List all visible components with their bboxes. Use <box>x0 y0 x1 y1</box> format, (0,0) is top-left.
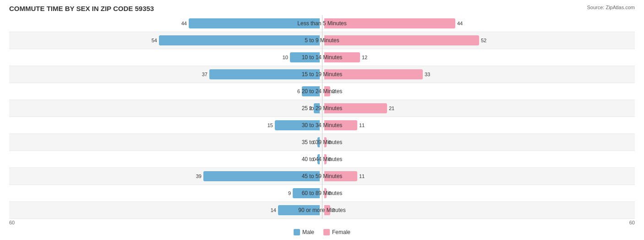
female-value: 0 <box>328 190 331 196</box>
female-bar-side: 44 <box>322 15 635 32</box>
female-value: 0 <box>328 156 331 162</box>
male-value: 39 <box>196 173 202 179</box>
male-value: 0 <box>313 156 316 162</box>
female-value: 2 <box>332 207 335 213</box>
male-bar-side: 15 <box>9 117 322 134</box>
female-bar: 0 <box>324 154 327 164</box>
male-value: 9 <box>288 190 291 196</box>
male-value: 10 <box>283 55 288 60</box>
male-bar-side: 10 <box>9 49 322 66</box>
female-value: 11 <box>359 173 365 179</box>
male-bar-side: 0 <box>9 134 322 151</box>
female-bar: 12 <box>324 52 360 62</box>
female-bar: 44 <box>324 18 455 28</box>
legend-female-box <box>323 229 330 235</box>
female-bar: 21 <box>324 103 387 113</box>
male-bar: 2 <box>314 103 320 113</box>
female-bar-side: 11 <box>322 168 635 184</box>
legend: Male Female <box>9 229 635 235</box>
female-bar-side: 0 <box>322 185 635 201</box>
chart-container: COMMUTE TIME BY SEX IN ZIP CODE 59353 So… <box>0 0 644 240</box>
legend-male-label: Male <box>302 229 314 235</box>
bars-area: 44Less than 5 Minutes44545 to 9 Minutes5… <box>9 15 635 219</box>
female-value: 33 <box>425 72 430 77</box>
female-bar: 33 <box>324 69 423 79</box>
legend-male: Male <box>294 229 314 235</box>
legend-male-box <box>294 229 300 235</box>
female-bar: 52 <box>324 35 479 45</box>
male-bar-side: 44 <box>9 15 322 32</box>
male-bar: 14 <box>278 205 320 215</box>
female-value: 0 <box>328 140 331 145</box>
male-bar-side: 39 <box>9 168 322 184</box>
female-bar: 0 <box>324 188 327 198</box>
male-value: 14 <box>271 207 276 213</box>
male-value: 54 <box>152 38 157 43</box>
female-value: 11 <box>359 123 365 128</box>
female-value: 2 <box>332 89 335 94</box>
female-value: 44 <box>457 21 463 26</box>
male-bar: 0 <box>317 137 320 147</box>
female-bar: 11 <box>324 120 357 130</box>
source-text: Source: ZipAtlas.com <box>587 5 635 10</box>
bottom-labels: 60 60 <box>9 219 635 226</box>
male-value: 2 <box>309 106 312 111</box>
male-value: 15 <box>267 123 273 128</box>
male-bar-side: 14 <box>9 202 322 218</box>
male-bar: 44 <box>189 18 320 28</box>
female-value: 21 <box>389 106 394 111</box>
male-bar: 6 <box>302 86 320 96</box>
legend-female: Female <box>323 229 350 235</box>
female-bar-side: 33 <box>322 66 635 83</box>
female-bar-side: 21 <box>322 100 635 117</box>
legend-female-label: Female <box>332 229 350 235</box>
female-bar-side: 12 <box>322 49 635 66</box>
male-bar: 10 <box>290 52 320 62</box>
female-bar: 11 <box>324 171 357 181</box>
female-bar-side: 0 <box>322 151 635 167</box>
axis-label-right: 60 <box>629 220 635 225</box>
female-bar: 0 <box>324 137 327 147</box>
male-value: 0 <box>313 140 316 145</box>
male-bar-side: 54 <box>9 32 322 49</box>
male-bar-side: 9 <box>9 185 322 201</box>
female-bar-side: 11 <box>322 117 635 134</box>
female-bar-side: 0 <box>322 134 635 151</box>
male-bar: 39 <box>203 171 320 181</box>
male-bar-side: 2 <box>9 100 322 117</box>
female-bar-side: 52 <box>322 32 635 49</box>
axis-line <box>322 15 322 219</box>
male-bar: 54 <box>159 35 320 45</box>
male-bar: 9 <box>293 188 320 198</box>
female-bar: 2 <box>324 86 330 96</box>
axis-label-left: 60 <box>9 220 15 225</box>
male-bar-side: 6 <box>9 83 322 100</box>
male-bar-side: 37 <box>9 66 322 83</box>
male-value: 44 <box>181 21 187 26</box>
female-value: 12 <box>362 55 367 60</box>
male-value: 6 <box>297 89 300 94</box>
female-bar-side: 2 <box>322 83 635 100</box>
female-bar: 2 <box>324 205 330 215</box>
male-bar: 15 <box>275 120 320 130</box>
male-bar-side: 0 <box>9 151 322 167</box>
male-value: 37 <box>202 72 207 77</box>
chart-title: COMMUTE TIME BY SEX IN ZIP CODE 59353 <box>9 5 635 12</box>
male-bar: 37 <box>209 69 320 79</box>
female-bar-side: 2 <box>322 202 635 218</box>
male-bar: 0 <box>317 154 320 164</box>
female-value: 52 <box>481 38 486 43</box>
